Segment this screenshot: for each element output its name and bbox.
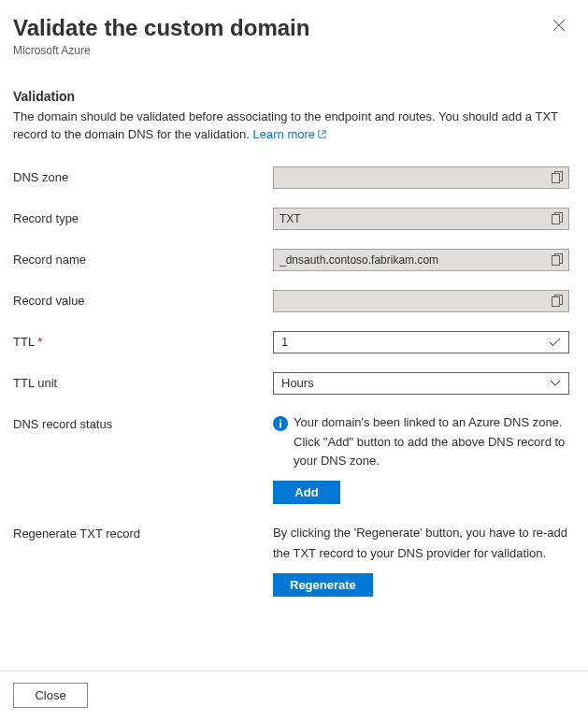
external-link-icon (315, 127, 327, 141)
svg-rect-7 (552, 297, 560, 307)
svg-rect-5 (552, 256, 560, 266)
panel-title: Validate the custom domain (13, 15, 309, 42)
learn-more-link[interactable]: Learn more (253, 127, 327, 141)
ttl-unit-select[interactable]: Hours (273, 372, 569, 395)
check-icon (549, 338, 561, 347)
validation-heading: Validation (13, 89, 569, 104)
dns-zone-label: DNS zone (13, 166, 273, 184)
copy-icon[interactable] (552, 253, 563, 266)
svg-rect-1 (552, 174, 560, 183)
close-icon[interactable] (549, 15, 569, 38)
ttl-value: 1 (281, 335, 549, 349)
record-name-value: _dnsauth.contoso.fabrikam.com (280, 253, 552, 267)
svg-point-9 (280, 419, 281, 421)
add-button[interactable]: Add (273, 481, 340, 504)
validation-description: The domain should be validated before as… (13, 108, 569, 144)
svg-rect-3 (552, 215, 560, 224)
record-type-value: TXT (280, 212, 552, 225)
regenerate-button[interactable]: Regenerate (273, 573, 373, 597)
panel-subtitle: Microsoft Azure (13, 44, 309, 57)
panel-footer: Close (0, 671, 588, 721)
copy-icon[interactable] (552, 295, 563, 307)
panel-header: Validate the custom domain Microsoft Azu… (13, 15, 569, 57)
record-type-label: Record type (13, 208, 273, 225)
ttl-label: TTL* (13, 331, 273, 349)
ttl-unit-value: Hours (281, 376, 550, 390)
record-name-field: _dnsauth.contoso.fabrikam.com (273, 249, 569, 271)
svg-rect-10 (280, 422, 281, 427)
dns-record-status-label: DNS record status (13, 413, 273, 431)
dns-zone-field (273, 166, 569, 189)
record-value-label: Record value (13, 290, 273, 308)
record-value-field (273, 290, 569, 312)
regenerate-label: Regenerate TXT record (13, 523, 273, 541)
required-indicator: * (37, 335, 42, 349)
record-type-field: TXT (273, 208, 569, 230)
ttl-input[interactable]: 1 (273, 331, 569, 353)
regenerate-message: By clicking the 'Regenerate' button, you… (273, 523, 569, 564)
copy-icon[interactable] (552, 171, 563, 183)
record-name-label: Record name (13, 249, 273, 267)
dns-record-status-message: Your domain's been linked to an Azure DN… (294, 413, 569, 471)
close-button[interactable]: Close (13, 683, 88, 708)
ttl-unit-label: TTL unit (13, 372, 273, 390)
copy-icon[interactable] (552, 212, 563, 224)
info-icon (273, 416, 288, 438)
chevron-down-icon (550, 380, 561, 387)
